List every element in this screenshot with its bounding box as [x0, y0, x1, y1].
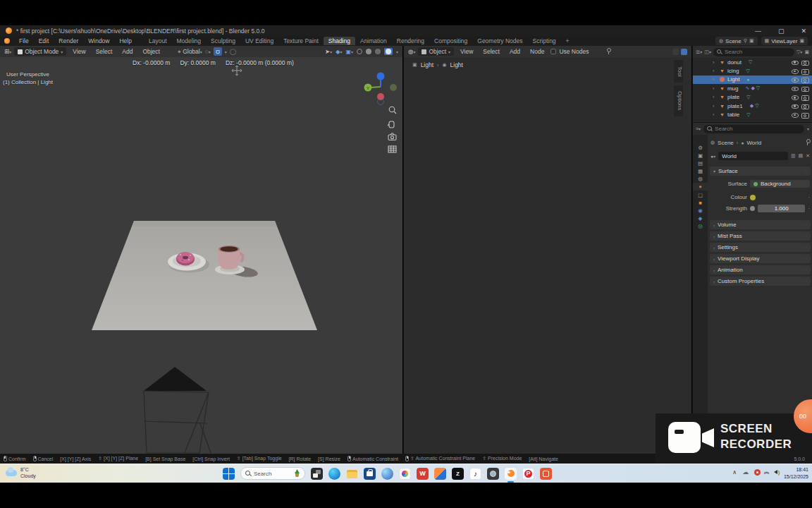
viewport-display-panel-header[interactable]: ›Viewport Display∷: [710, 254, 811, 263]
transform-orientation[interactable]: ⌖ Global▾: [178, 48, 202, 56]
shader-menu-view[interactable]: View: [457, 48, 476, 55]
proportional-editing-icon[interactable]: ◯: [230, 48, 237, 55]
taskbar-clock[interactable]: 18:4115/12/2025: [784, 466, 808, 480]
outliner[interactable]: ☰▾ ◫▾ Search ▽▾ ▣ › ▼ donut ▽ › ▼ icing …: [692, 46, 812, 122]
copilot-icon[interactable]: [381, 468, 393, 480]
settings-panel-header[interactable]: ›Settings∷: [710, 243, 811, 252]
pivot-point-icon[interactable]: ◌▾: [205, 48, 211, 55]
pin-icon[interactable]: [805, 139, 810, 146]
tab-compositing[interactable]: Compositing: [429, 37, 472, 45]
blender-menu-icon[interactable]: [4, 38, 10, 44]
weather-widget[interactable]: 8°CCloudy: [6, 466, 36, 479]
tab-layout[interactable]: Layout: [144, 37, 172, 45]
outliner-row-table[interactable]: › ▼ table ▽: [693, 110, 812, 119]
output-properties-tab[interactable]: ▤: [693, 159, 708, 167]
tab-geometry-nodes[interactable]: Geometry Nodes: [472, 37, 527, 45]
close-button[interactable]: ✕: [801, 28, 806, 35]
surface-panel-header[interactable]: ▾Surface∷: [710, 167, 811, 176]
viewport-menu-view[interactable]: View: [69, 48, 89, 55]
hide-viewport-icon[interactable]: [792, 103, 799, 109]
display-mode-icon[interactable]: ☰▾: [696, 49, 702, 55]
shader-menu-node[interactable]: Node: [527, 48, 548, 55]
tab-rendering[interactable]: Rendering: [392, 37, 429, 45]
minimize-button[interactable]: —: [755, 28, 761, 35]
menu-window[interactable]: Window: [83, 37, 114, 44]
hide-render-icon[interactable]: [801, 111, 808, 118]
expand-icon[interactable]: ›: [713, 68, 717, 73]
constraints-properties-tab[interactable]: ◆: [693, 214, 708, 222]
properties-editor-icon[interactable]: ≡▾: [696, 126, 701, 131]
tiktok-app-icon[interactable]: ♪: [469, 468, 481, 480]
wifi-icon[interactable]: [765, 471, 770, 473]
outliner-row-plate[interactable]: › ▼ plate ▽: [693, 93, 812, 102]
expand-icon[interactable]: ›: [713, 95, 717, 99]
hide-render-icon[interactable]: [801, 59, 808, 66]
object-properties-tab[interactable]: ▢: [693, 191, 708, 198]
mist-pass-panel-header[interactable]: ›Mist Pass∷: [710, 231, 811, 241]
add-workspace-button[interactable]: +: [561, 37, 574, 45]
onedrive-icon[interactable]: ☁: [742, 468, 749, 476]
donut-mesh[interactable]: [176, 252, 195, 266]
custom-properties-panel-header[interactable]: ›Custom Properties∷: [710, 277, 811, 286]
expand-icon[interactable]: ›: [713, 86, 717, 91]
gizmo-x-axis[interactable]: [390, 84, 397, 91]
tray-expand-icon[interactable]: ∧: [732, 469, 737, 476]
physics-properties-tab[interactable]: ◉: [693, 207, 708, 214]
hide-render-icon[interactable]: [801, 85, 808, 92]
light-cone[interactable]: [144, 367, 207, 391]
powerpoint-app-icon[interactable]: [540, 468, 552, 480]
shader-editor[interactable]: ◍▾ Object▾ View Select Add Node Use Node…: [403, 46, 691, 454]
mode-selector[interactable]: Object Mode▾: [14, 47, 66, 56]
zoom-app-icon[interactable]: Z: [452, 468, 464, 480]
outliner-row-icing[interactable]: › ▼ icing ▽: [693, 66, 812, 75]
outliner-row-donut[interactable]: › ▼ donut ▽: [693, 58, 812, 66]
unlink-icon[interactable]: ✕: [806, 153, 810, 159]
tool-properties-tab[interactable]: ⚙: [693, 144, 708, 151]
paint-app-icon[interactable]: [434, 468, 446, 480]
scene-selector[interactable]: ◍ Scene ⚲ ▣: [715, 37, 758, 45]
tab-sculpting[interactable]: Sculpting: [206, 37, 240, 45]
scene-properties-tab[interactable]: ◍: [693, 175, 708, 182]
copy-datablock-icon[interactable]: ▤: [799, 153, 804, 159]
properties-search-input[interactable]: Search: [703, 125, 804, 133]
camera-view-icon[interactable]: [388, 133, 396, 140]
hide-viewport-icon[interactable]: [792, 85, 799, 92]
outliner-row-mug[interactable]: › ▼ mug ∿◆▽: [693, 84, 812, 92]
tab-modeling[interactable]: Modeling: [172, 37, 207, 45]
viewport-menu-object[interactable]: Object: [139, 48, 164, 55]
viewlayer-properties-tab[interactable]: ▦: [693, 167, 708, 174]
microsoft-store-icon[interactable]: [364, 468, 376, 480]
hide-render-icon[interactable]: [801, 94, 808, 100]
outliner-row-light[interactable]: › Light ●: [693, 75, 812, 84]
overlays-icon[interactable]: ▣▾: [345, 49, 353, 55]
hide-viewport-icon[interactable]: [792, 59, 799, 66]
animate-colour-icon[interactable]: ·: [808, 194, 810, 200]
properties-options-caret[interactable]: ▾: [807, 126, 809, 131]
menu-help[interactable]: Help: [114, 37, 136, 44]
orthographic-toggle-icon[interactable]: [388, 146, 396, 152]
world-properties-tab[interactable]: ●: [693, 183, 708, 190]
pan-tool-icon[interactable]: [388, 121, 394, 128]
task-view-button[interactable]: [311, 468, 323, 480]
camera-app-icon[interactable]: [487, 468, 499, 480]
use-nodes-checkbox[interactable]: [550, 49, 556, 54]
colour-swatch[interactable]: [750, 195, 756, 200]
volume-panel-header[interactable]: ›Volume∷: [710, 220, 811, 229]
hide-viewport-icon[interactable]: [792, 94, 799, 100]
edge-browser-icon[interactable]: [328, 468, 340, 480]
animation-panel-header[interactable]: ›Animation∷: [710, 265, 811, 274]
shader-header-icon-b[interactable]: [681, 49, 687, 55]
data-properties-tab[interactable]: ◎: [693, 222, 708, 229]
filter-icon[interactable]: ▽▾: [796, 49, 802, 55]
surface-shader-selector[interactable]: Background: [750, 180, 810, 188]
navigation-gizmo[interactable]: Y: [364, 73, 398, 105]
new-collection-icon[interactable]: ▣: [804, 49, 809, 55]
editor-type-icon[interactable]: ⊞▾: [4, 48, 11, 55]
viewport-menu-select[interactable]: Select: [92, 48, 116, 55]
tab-uv-editing[interactable]: UV Editing: [240, 37, 278, 45]
shader-type-selector[interactable]: Object▾: [418, 47, 454, 56]
tab-animation[interactable]: Animation: [355, 37, 392, 45]
tab-texture-paint[interactable]: Texture Paint: [278, 37, 324, 45]
volume-icon[interactable]: [774, 470, 780, 475]
pin-icon[interactable]: [605, 48, 610, 55]
